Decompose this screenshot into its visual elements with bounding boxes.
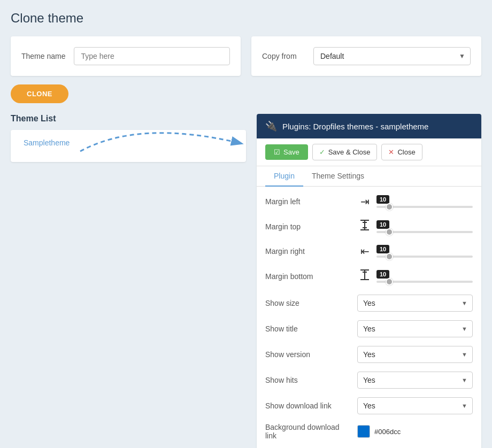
margin-top-icon	[357, 219, 372, 234]
margin-left-slider-container: 10	[376, 195, 473, 208]
margin-bottom-control: 10	[357, 268, 473, 284]
margin-top-value: 10	[376, 220, 389, 229]
show-version-wrapper: YesNo ▼	[357, 346, 473, 363]
margin-right-control: ⇤ 10	[357, 245, 473, 258]
copy-from-label: Copy from	[262, 52, 305, 60]
margin-left-value: 10	[376, 195, 389, 204]
margin-top-control: 10	[357, 219, 473, 234]
save-close-button[interactable]: ✓ Save & Close	[312, 144, 378, 160]
close-label: Close	[397, 148, 415, 156]
copy-from-wrapper: Default Sampletheme ▼	[313, 47, 471, 65]
show-version-select[interactable]: YesNo	[357, 346, 473, 363]
show-download-link-select[interactable]: YesNo	[357, 397, 473, 414]
show-version-label: Show version	[265, 350, 351, 359]
margin-top-row: Margin top 10	[265, 219, 473, 234]
show-download-link-label: Show download link	[265, 401, 351, 410]
margin-left-icon: ⇥	[357, 195, 372, 208]
margin-top-slider[interactable]	[376, 231, 473, 233]
show-title-select[interactable]: YesNo	[357, 320, 473, 337]
settings-body: Margin left ⇥ 10 Margin top	[257, 187, 481, 448]
margin-right-icon: ⇤	[357, 245, 372, 258]
theme-list-title: Theme List	[11, 114, 246, 123]
tabs: Plugin Theme Settings	[257, 166, 481, 187]
copy-from-select[interactable]: Default Sampletheme	[313, 47, 471, 65]
plugin-header: 🔌 Plugins: Dropfiles themes - samplethem…	[257, 114, 481, 138]
top-section: Theme name Copy from Default Sampletheme…	[11, 36, 481, 76]
bg-download-link-label: Background download link	[265, 423, 351, 440]
show-size-wrapper: YesNo ▼	[357, 295, 473, 312]
check-icon: ✓	[319, 148, 325, 156]
margin-right-label: Margin right	[265, 247, 351, 256]
show-download-link-row: Show download link YesNo ▼	[265, 397, 473, 414]
bg-download-link-control: #006dcc	[357, 425, 401, 438]
tab-plugin[interactable]: Plugin	[265, 166, 303, 187]
save-label: Save	[283, 148, 299, 156]
page-title: Clone theme	[11, 11, 481, 26]
theme-list-card: Sampletheme	[11, 130, 246, 162]
margin-top-label: Margin top	[265, 222, 351, 231]
main-content: Theme List Sampletheme 🔌 Plugins: Dropfi…	[11, 114, 481, 448]
save-close-label: Save & Close	[328, 148, 371, 156]
close-button[interactable]: ✕ Close	[381, 144, 422, 160]
bg-download-link-swatch[interactable]	[357, 425, 370, 438]
margin-left-slider[interactable]	[376, 206, 473, 208]
show-hits-label: Show hits	[265, 376, 351, 384]
plugin-header-title: Plugins: Dropfiles themes - sampletheme	[282, 122, 428, 131]
save-button[interactable]: ☑ Save	[265, 144, 308, 160]
save-icon: ☑	[274, 148, 280, 156]
margin-bottom-value: 10	[376, 270, 389, 279]
margin-right-value: 10	[376, 245, 389, 253]
margin-right-row: Margin right ⇤ 10	[265, 245, 473, 258]
x-icon: ✕	[388, 148, 394, 156]
bg-download-link-value: #006dcc	[374, 428, 401, 436]
margin-bottom-slider[interactable]	[376, 281, 473, 283]
theme-name-input[interactable]	[74, 47, 230, 65]
theme-list-section: Theme List Sampletheme	[11, 114, 246, 448]
plugin-icon: 🔌	[265, 120, 277, 132]
show-size-row: Show size YesNo ▼	[265, 295, 473, 312]
theme-name-label: Theme name	[21, 52, 65, 60]
margin-left-row: Margin left ⇥ 10	[265, 195, 473, 208]
theme-list-item[interactable]: Sampletheme	[19, 136, 74, 149]
margin-right-slider-container: 10	[376, 245, 473, 258]
margin-bottom-row: Margin bottom 10	[265, 268, 473, 284]
plugin-toolbar: ☑ Save ✓ Save & Close ✕ Close	[257, 138, 481, 166]
plugin-panel: 🔌 Plugins: Dropfiles themes - samplethem…	[257, 114, 481, 448]
margin-bottom-icon	[357, 268, 372, 284]
margin-left-control: ⇥ 10	[357, 195, 473, 208]
show-hits-wrapper: YesNo ▼	[357, 372, 473, 389]
margin-top-slider-container: 10	[376, 220, 473, 233]
margin-left-label: Margin left	[265, 197, 351, 206]
show-title-wrapper: YesNo ▼	[357, 320, 473, 337]
show-hits-select[interactable]: YesNo	[357, 372, 473, 389]
margin-bottom-slider-container: 10	[376, 270, 473, 283]
copy-from-card: Copy from Default Sampletheme ▼	[251, 36, 481, 76]
show-size-label: Show size	[265, 299, 351, 307]
margin-right-slider[interactable]	[376, 256, 473, 258]
show-version-row: Show version YesNo ▼	[265, 346, 473, 363]
show-download-link-wrapper: YesNo ▼	[357, 397, 473, 414]
show-title-row: Show title YesNo ▼	[265, 320, 473, 337]
show-hits-row: Show hits YesNo ▼	[265, 372, 473, 389]
show-size-select[interactable]: YesNo	[357, 295, 473, 312]
margin-bottom-label: Margin bottom	[265, 272, 351, 281]
bg-download-link-row: Background download link #006dcc	[265, 423, 473, 440]
show-title-label: Show title	[265, 325, 351, 333]
clone-button[interactable]: CLONE	[11, 84, 68, 103]
tab-theme-settings[interactable]: Theme Settings	[303, 166, 373, 187]
theme-name-card: Theme name	[11, 36, 241, 76]
